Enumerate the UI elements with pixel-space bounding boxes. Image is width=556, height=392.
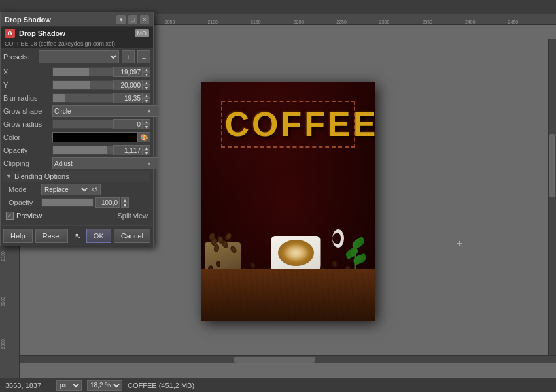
blending-section-header[interactable]: ▼ Blending Options: [3, 171, 150, 182]
blur-slider[interactable]: [52, 93, 113, 103]
script-subtitle: COFFEE-98 (coffee-zakeydesign.com.xcf): [5, 41, 115, 47]
grow-radius-spin-up[interactable]: ▲: [143, 119, 150, 124]
opacity-row: Opacity ▲ ▼: [3, 144, 150, 156]
scroll-v-thumb[interactable]: [549, 134, 555, 197]
opacity-spin-down[interactable]: ▼: [143, 150, 150, 155]
scroll-h-thumb[interactable]: [234, 357, 315, 363]
blending-toggle-icon: ▼: [6, 173, 12, 180]
unit-select[interactable]: px mm cm: [56, 380, 82, 391]
opacity-spinner: ▲ ▼: [143, 145, 150, 155]
blur-spin-up[interactable]: ▲: [143, 93, 150, 98]
help-button[interactable]: Help: [3, 229, 33, 243]
blur-input[interactable]: [113, 93, 143, 103]
color-input-wrap: 🎨: [52, 132, 150, 142]
opacity2-row: Opacity ▲ ▼: [3, 197, 150, 208]
presets-menu-btn[interactable]: ≡: [137, 50, 150, 63]
blur-spin-down[interactable]: ▼: [143, 98, 150, 103]
x-label: X: [3, 68, 52, 76]
presets-select[interactable]: [39, 50, 119, 63]
y-label: Y: [3, 81, 52, 89]
status-info: COFFEE (451,2 MB): [128, 382, 194, 389]
y-input[interactable]: [113, 80, 143, 90]
canvas-crosshair: +: [457, 238, 462, 250]
grow-radius-label: Grow radius: [3, 120, 52, 128]
blur-row: Blur radius ▲ ▼: [3, 92, 150, 104]
reset-button[interactable]: Reset: [35, 229, 69, 243]
opacity2-input[interactable]: [95, 197, 120, 208]
clipping-row: Clipping Adjust Clip Crop to input ▾: [3, 157, 150, 169]
drop-shadow-dialog: Drop Shadow ▾ □ × G Drop Shadow MO COFFE…: [0, 12, 154, 246]
mode-select-wrap: Replace Normal Multiply Screen ▾ ↺: [41, 184, 101, 195]
mode-label: Mode: [9, 186, 41, 193]
zoom-select[interactable]: 18,2 % 25 % 50 % 100 %: [87, 380, 122, 391]
opacity2-slider[interactable]: [41, 198, 94, 207]
coffee-poster: COFFEE: [201, 82, 375, 321]
preview-checkbox-wrap: Preview: [6, 212, 42, 220]
dialog-buttons: Help Reset OK ↖ Cancel: [1, 225, 153, 246]
form-area: Presets: + ≡ X ▲ ▼ Y: [1, 48, 153, 225]
poster-bottom: Café: [201, 184, 375, 321]
presets-add-btn[interactable]: +: [122, 50, 135, 63]
opacity-label: Opacity: [3, 146, 52, 154]
y-spin-down[interactable]: ▼: [143, 85, 150, 90]
coffee-text-container: COFFEE: [221, 101, 355, 148]
color-picker-btn[interactable]: 🎨: [137, 132, 150, 142]
mode-select[interactable]: Replace Normal Multiply Screen: [41, 184, 90, 195]
y-input-wrap: ▲ ▼: [52, 80, 150, 90]
dialog-minimize-btn[interactable]: ▾: [116, 15, 126, 24]
preview-checkbox[interactable]: [6, 212, 14, 220]
grow-radius-spin-down[interactable]: ▼: [143, 124, 150, 129]
status-bar: 3663, 1837 px mm cm 18,2 % 25 % 50 % 100…: [0, 378, 556, 392]
latte-swirl: [281, 242, 311, 263]
dialog-close-btn[interactable]: ×: [140, 15, 149, 24]
ok-button[interactable]: OK: [86, 229, 111, 243]
dialog-maximize-btn[interactable]: □: [128, 15, 137, 24]
color-row: Color 🎨: [3, 131, 150, 143]
latte-art: [278, 240, 314, 266]
opacity2-label: Opacity: [9, 199, 41, 206]
x-row: X ▲ ▼: [3, 66, 150, 78]
split-view-label: Split view: [118, 212, 148, 220]
opacity2-spin-up[interactable]: ▲: [121, 197, 129, 203]
grow-radius-spinner: ▲ ▼: [143, 119, 150, 129]
presets-label: Presets:: [3, 53, 36, 61]
y-slider[interactable]: [52, 80, 113, 90]
blur-input-wrap: ▲ ▼: [52, 93, 150, 103]
coffee-title-text: COFFEE: [225, 107, 351, 141]
clipping-select[interactable]: Adjust Clip Crop to input: [52, 157, 158, 169]
canvas-background: COFFEE: [201, 82, 375, 321]
grow-radius-row: Grow radius ▲ ▼: [3, 118, 150, 130]
x-slider[interactable]: [52, 67, 113, 76]
clipping-label: Clipping: [3, 159, 52, 167]
color-label: Color: [3, 133, 52, 141]
dialog-title-icons: ▾ □ ×: [116, 15, 149, 24]
y-spinner: ▲ ▼: [143, 80, 150, 90]
opacity-spin-up[interactable]: ▲: [143, 145, 150, 150]
blur-spinner: ▲ ▼: [143, 93, 150, 103]
cursor-indicator: ↖: [75, 231, 81, 240]
x-spin-up[interactable]: ▲: [143, 67, 150, 72]
horizontal-scrollbar[interactable]: [20, 355, 556, 363]
opacity2-spinner: ▲ ▼: [121, 197, 129, 208]
gimp-logo: G: [5, 29, 15, 38]
script-name: Drop Shadow: [19, 29, 65, 37]
grow-radius-slider[interactable]: [52, 120, 113, 129]
presets-row: Presets: + ≡: [3, 50, 150, 63]
mode-reset-btn[interactable]: ↺: [88, 184, 101, 195]
x-input[interactable]: [113, 67, 143, 77]
vertical-scrollbar[interactable]: [548, 39, 556, 355]
cancel-button[interactable]: Cancel: [114, 229, 150, 243]
blending-section-title: Blending Options: [14, 172, 69, 180]
grow-radius-input[interactable]: [113, 119, 143, 129]
opacity-slider[interactable]: [52, 146, 113, 155]
wood-grain: [201, 269, 375, 321]
grow-shape-select[interactable]: Circle Square Diamond: [52, 105, 158, 117]
color-swatch[interactable]: [52, 132, 137, 142]
grow-radius-input-wrap: ▲ ▼: [52, 119, 150, 129]
opacity-input[interactable]: [113, 145, 143, 155]
y-row: Y ▲ ▼: [3, 79, 150, 91]
cup-handle: [332, 229, 344, 248]
y-spin-up[interactable]: ▲: [143, 80, 150, 85]
x-spin-down[interactable]: ▼: [143, 72, 150, 77]
opacity2-spin-down[interactable]: ▼: [121, 203, 129, 208]
